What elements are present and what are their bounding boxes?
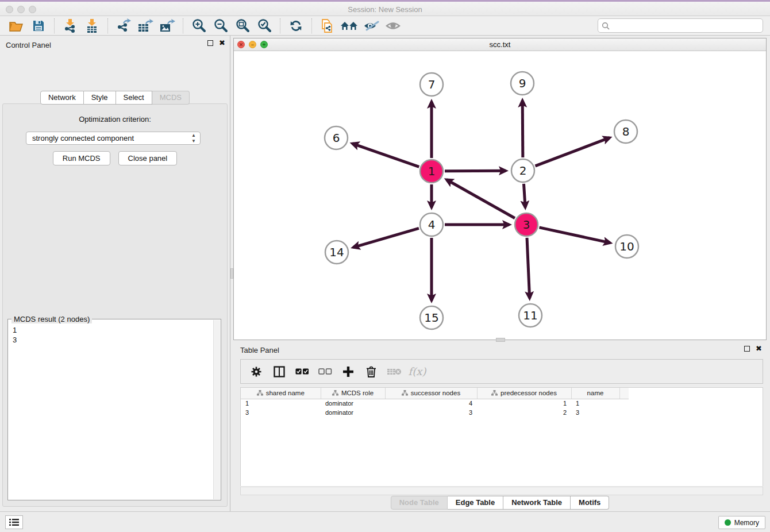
new-network-from-selection-button[interactable] [317,17,338,34]
tab-mcds[interactable]: MCDS [152,91,190,105]
float-panel-icon[interactable] [207,40,213,46]
col-name[interactable]: name [571,388,619,399]
delete-column-button[interactable] [364,364,379,380]
node-table-grid[interactable]: shared name MCDS role successor nodes pr… [241,388,629,417]
graph-edge-3-10[interactable] [539,228,610,243]
network-graph[interactable]: 1234678910111415 [234,51,766,340]
graph-edge-2-3[interactable] [523,184,525,207]
apply-layout-button[interactable] [285,17,307,34]
export-table-button[interactable] [134,17,156,34]
col-predecessor-nodes[interactable]: predecessor nodes [477,388,571,399]
select-all-button[interactable] [295,364,310,380]
zoom-in-icon [191,18,206,33]
trash-icon [366,366,376,377]
table-cell[interactable]: 3 [571,408,619,417]
tab-motifs[interactable]: Motifs [571,496,609,510]
graph-edge-3-11[interactable] [527,238,530,298]
task-history-button[interactable] [5,515,23,529]
export-image-icon [159,18,175,33]
table-cell-filler [619,399,629,408]
network-canvas[interactable]: 1234678910111415 [234,51,766,340]
col-successor-nodes[interactable]: successor nodes [385,388,477,399]
table-settings-button[interactable] [249,364,264,380]
result-scrollbar[interactable] [213,320,220,499]
col-label: name [587,390,604,396]
delete-table-button[interactable] [387,364,402,380]
app-titlebar: Session: New Session [0,0,770,16]
first-neighbors-button[interactable] [338,17,360,34]
table-cell[interactable]: 4 [385,399,477,408]
zoom-in-button[interactable] [188,17,210,34]
close-panel-icon[interactable]: ✖ [219,40,225,46]
criterion-select[interactable]: strongly connected component ▲▼ [26,132,201,145]
show-graphics-details-button[interactable] [382,17,404,34]
zoom-out-button[interactable] [210,17,232,34]
zoom-selected-button[interactable] [253,17,275,34]
graph-node-label-8: 8 [622,125,630,138]
graph-edge-1-2[interactable] [445,171,506,171]
function-builder-button[interactable]: f(x) [410,364,425,380]
close-table-panel-icon[interactable]: ✖ [756,346,762,352]
export-network-button[interactable] [113,17,134,34]
graph-node-label-15: 15 [424,311,438,325]
graph-edge-4-14[interactable] [353,228,419,247]
toolbar-separator [280,18,280,33]
export-network-icon [116,18,131,33]
search-input[interactable] [612,22,763,30]
run-mcds-button[interactable]: Run MCDS [53,151,110,165]
zoom-fit-button[interactable] [232,17,253,34]
import-network-button[interactable] [59,17,81,34]
table-cell[interactable]: 1 [241,399,321,408]
table-cell[interactable]: 2 [477,408,571,417]
graph-node-label-3: 3 [523,218,530,232]
tab-network[interactable]: Network [40,91,84,105]
network-title: scc.txt [234,40,766,49]
col-mcds-role[interactable]: MCDS role [321,388,385,399]
table-cell[interactable]: 3 [385,408,477,417]
table-cell[interactable]: 1 [477,399,571,408]
network-resize-grip[interactable] [496,338,505,342]
add-column-button[interactable] [341,364,356,380]
hide-graphics-details-button[interactable] [360,17,382,34]
open-file-button[interactable] [6,17,28,34]
network-titlebar[interactable]: ✕ − + scc.txt [234,38,766,51]
tab-network-table[interactable]: Network Table [503,496,571,510]
graph-node-label-11: 11 [523,309,537,322]
save-icon [32,20,45,32]
export-image-button[interactable] [156,17,178,34]
tab-select[interactable]: Select [116,91,152,105]
col-label: successor nodes [411,390,460,396]
close-panel-button[interactable]: Close panel [118,151,178,165]
search-box[interactable] [598,18,763,33]
list-icon [9,518,19,526]
gear-icon [251,366,262,377]
table-scrollbar[interactable] [240,487,763,495]
graph-edge-3-1[interactable] [446,180,515,218]
criterion-value: strongly connected component [32,134,134,142]
table-cell[interactable]: dominator [321,408,385,417]
table-cell[interactable]: 1 [571,399,619,408]
mcds-result-box: MCDS result (2 nodes) 1 3 [7,319,221,500]
column-selector-button[interactable] [272,364,287,380]
graph-edge-2-8[interactable] [536,138,610,166]
table-row[interactable]: 1dominator411 [241,399,629,408]
import-table-button[interactable] [81,17,103,34]
col-shared-name[interactable]: shared name [241,388,321,399]
tab-style[interactable]: Style [84,91,116,105]
table-cell[interactable]: 3 [241,408,321,417]
tab-edge-table[interactable]: Edge Table [448,496,503,510]
table-row[interactable]: 3dominator323 [241,408,629,417]
memory-button[interactable]: Memory [718,516,765,529]
save-session-button[interactable] [28,17,49,34]
mcds-result-text[interactable]: 1 3 [8,322,213,500]
toolbar-separator [54,18,55,33]
graph-edge-2-9[interactable] [522,101,523,157]
graph-edge-1-6[interactable] [352,144,419,167]
node-table: shared name MCDS role successor nodes pr… [240,387,763,486]
deselect-all-button[interactable] [318,364,333,380]
houses-icon [340,19,359,33]
tab-node-table[interactable]: Node Table [391,496,448,510]
table-cell[interactable]: dominator [321,399,385,408]
mcds-panel: Optimization criterion: strongly connect… [2,103,228,507]
float-table-panel-icon[interactable] [744,346,750,352]
